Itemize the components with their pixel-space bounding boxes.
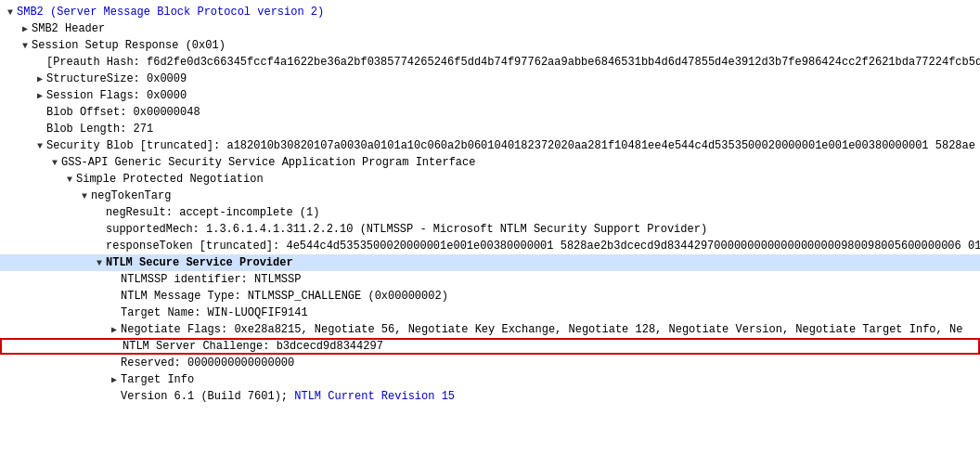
tree-row[interactable]: ▶Negotiate Flags: 0xe28a8215, Negotiate … xyxy=(0,321,980,338)
row-label: NTLM Secure Service Provider xyxy=(106,256,293,269)
row-label: Blob Length: 271 xyxy=(46,123,153,136)
row-label: Reserved: 0000000000000000 xyxy=(121,357,294,370)
tree-row[interactable]: supportedMech: 1.3.6.1.4.1.311.2.2.10 (N… xyxy=(0,221,980,238)
row-label: Target Name: WIN-LUOQFIF9141 xyxy=(121,306,308,319)
tree-row[interactable]: negResult: accept-incomplete (1) xyxy=(0,204,980,221)
expand-icon[interactable]: ▶ xyxy=(108,373,121,386)
tree-row[interactable]: NTLMSSP identifier: NTLMSSP xyxy=(0,271,980,288)
tree-row[interactable]: NTLM Server Challenge: b3dcecd9d8344297 xyxy=(0,338,980,355)
tree-row[interactable]: ▼SMB2 (Server Message Block Protocol ver… xyxy=(0,4,980,20)
tree-row[interactable]: Blob Length: 271 xyxy=(0,121,980,137)
row-label: Version 6.1 (Build 7601); NTLM Current R… xyxy=(121,390,455,403)
tree-row[interactable]: ▼negTokenTarg xyxy=(0,188,980,204)
expand-icon[interactable]: ▶ xyxy=(33,89,46,102)
row-label: Target Info xyxy=(121,373,194,386)
tree-row[interactable]: ▶Session Flags: 0x0000 xyxy=(0,87,980,104)
tree-row[interactable]: ▼Simple Protected Negotiation xyxy=(0,171,980,188)
tree-row[interactable]: Blob Offset: 0x00000048 xyxy=(0,104,980,121)
row-label: NTLM Server Challenge: b3dcecd9d8344297 xyxy=(122,340,383,353)
tree-row[interactable]: ▼GSS-API Generic Security Service Applic… xyxy=(0,154,980,171)
row-label: negResult: accept-incomplete (1) xyxy=(106,206,319,219)
collapse-icon[interactable]: ▼ xyxy=(63,173,76,186)
row-label: negTokenTarg xyxy=(91,189,171,202)
row-label: Security Blob [truncated]: a182010b30820… xyxy=(46,139,975,152)
row-label: NTLM Message Type: NTLMSSP_CHALLENGE (0x… xyxy=(121,290,448,303)
collapse-icon[interactable]: ▼ xyxy=(93,256,106,269)
row-label: Simple Protected Negotiation xyxy=(76,173,264,186)
row-label: Session Flags: 0x0000 xyxy=(46,89,187,102)
row-label: responseToken [truncated]: 4e544c4d53535… xyxy=(106,240,980,253)
expand-icon[interactable]: ▶ xyxy=(33,72,46,85)
tree-row[interactable]: Target Name: WIN-LUOQFIF9141 xyxy=(0,305,980,321)
tree-row[interactable]: ▼NTLM Secure Service Provider xyxy=(0,254,980,271)
row-label: StructureSize: 0x0009 xyxy=(46,72,187,85)
tree-row[interactable]: ▶StructureSize: 0x0009 xyxy=(0,71,980,87)
collapse-icon[interactable]: ▼ xyxy=(48,156,61,169)
row-label: Blob Offset: 0x00000048 xyxy=(46,106,200,119)
tree-row[interactable]: [Preauth Hash: f6d2fe0d3c66345fccf4a1622… xyxy=(0,54,980,71)
expand-icon[interactable]: ▶ xyxy=(19,22,32,35)
row-label: supportedMech: 1.3.6.1.4.1.311.2.2.10 (N… xyxy=(106,223,707,236)
tree-row[interactable]: NTLM Message Type: NTLMSSP_CHALLENGE (0x… xyxy=(0,288,980,305)
tree-row[interactable]: ▶SMB2 Header xyxy=(0,20,980,37)
packet-tree: ▼SMB2 (Server Message Block Protocol ver… xyxy=(0,0,980,409)
row-label: Negotiate Flags: 0xe28a8215, Negotiate 5… xyxy=(121,323,962,336)
collapse-icon[interactable]: ▼ xyxy=(33,139,46,152)
tree-row[interactable]: Reserved: 0000000000000000 xyxy=(0,355,980,371)
tree-row[interactable]: ▼Session Setup Response (0x01) xyxy=(0,37,980,54)
tree-row[interactable]: ▼Security Blob [truncated]: a182010b3082… xyxy=(0,137,980,154)
tree-row[interactable]: responseToken [truncated]: 4e544c4d53535… xyxy=(0,238,980,254)
collapse-icon[interactable]: ▼ xyxy=(78,189,91,202)
row-label: [Preauth Hash: f6d2fe0d3c66345fccf4a1622… xyxy=(46,56,980,69)
tree-row[interactable]: Version 6.1 (Build 7601); NTLM Current R… xyxy=(0,388,980,405)
expand-icon[interactable]: ▶ xyxy=(108,323,121,336)
row-label: GSS-API Generic Security Service Applica… xyxy=(61,156,475,169)
row-label: NTLMSSP identifier: NTLMSSP xyxy=(121,273,301,286)
collapse-icon[interactable]: ▼ xyxy=(4,6,17,19)
tree-row[interactable]: ▶Target Info xyxy=(0,371,980,388)
row-label: SMB2 Header xyxy=(32,22,105,35)
row-label: Session Setup Response (0x01) xyxy=(32,39,226,52)
row-label: SMB2 (Server Message Block Protocol vers… xyxy=(17,6,324,19)
collapse-icon[interactable]: ▼ xyxy=(19,39,32,52)
